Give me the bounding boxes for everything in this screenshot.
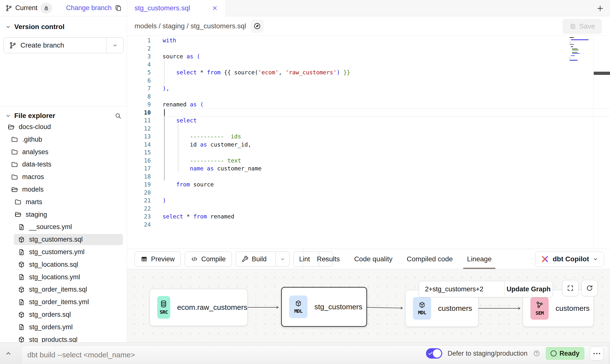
line-number: 13 <box>127 133 151 140</box>
command-placeholder: dbt build --select <model_name> <box>27 346 135 364</box>
search-icon[interactable] <box>115 112 121 119</box>
create-branch-dropdown[interactable] <box>106 38 123 53</box>
breadcrumb: models / staging / stg_customers.sql <box>135 16 264 36</box>
minimap-line <box>570 42 570 43</box>
node-badge-sem: SEM <box>530 297 549 320</box>
build-dropdown[interactable] <box>275 252 289 266</box>
new-tab-button[interactable] <box>595 3 605 13</box>
code-line-7[interactable]: 7), <box>127 84 610 93</box>
file-explorer-header[interactable]: File explorer <box>0 110 127 122</box>
code-line-22[interactable]: 22 <box>127 205 610 213</box>
dbt-ide-screen: Current Change branch Version control <box>0 0 610 364</box>
file-tree-item-models[interactable]: models <box>0 184 127 195</box>
file-tree-item-stg-customers-yml[interactable]: stg_customers.yml <box>0 246 127 258</box>
code-line-10[interactable]: 10 <box>127 109 610 117</box>
version-control-header[interactable]: Version control <box>0 21 127 33</box>
minimap-line <box>570 44 574 45</box>
code-line-13[interactable]: 13 ---------- ids <box>127 132 610 141</box>
file-tree-item-stg-order-items-yml[interactable]: stg_order_items.yml <box>0 296 127 308</box>
scrollbar-handle[interactable] <box>594 72 610 75</box>
code-line-1[interactable]: 1with <box>127 36 610 45</box>
folder-open-icon <box>14 211 22 218</box>
lineage-node-stg-customers[interactable]: MDLstg_customers <box>281 287 367 327</box>
file-tree-item-analyses[interactable]: analyses <box>0 146 127 158</box>
file-tree-item-marts[interactable]: marts <box>0 196 127 208</box>
file-tree-item--github[interactable]: .github <box>0 134 127 145</box>
line-number: 22 <box>127 205 151 212</box>
refresh-button[interactable] <box>581 280 598 296</box>
code-line-24[interactable]: 24 <box>127 221 610 229</box>
code-line-8[interactable]: 8 <box>127 93 610 101</box>
file-tree-item--sources-yml[interactable]: __sources.yml <box>0 221 127 233</box>
code-editor[interactable]: 1with23source as (45 select * from {{ so… <box>127 36 610 249</box>
code-text <box>163 205 610 213</box>
file-tree-item-stg-customers-sql[interactable]: stg_customers.sql <box>0 234 127 245</box>
file-tree-item-macros[interactable]: macros <box>0 171 127 183</box>
lineage-selector-input[interactable]: 2+stg_customers+2 <box>419 281 504 297</box>
file-tree-item-staging[interactable]: staging <box>0 209 127 220</box>
docs-chip[interactable] <box>251 19 264 33</box>
code-line-2[interactable]: 2 <box>127 45 610 53</box>
code-line-11[interactable]: 11 select <box>127 116 610 125</box>
code-line-15[interactable]: 15 <box>127 149 610 157</box>
code-line-14[interactable]: 14 id as customer_id, <box>127 141 610 149</box>
code-line-21[interactable]: 21) <box>127 197 610 205</box>
file-tree-item-stg-locations-yml[interactable]: stg_locations.yml <box>0 271 127 283</box>
node-badge-src: SRC <box>157 296 170 319</box>
code-line-3[interactable]: 3source as ( <box>127 52 610 61</box>
code-line-19[interactable]: 19 from source <box>127 181 610 189</box>
code-text: ---------- text <box>163 157 610 165</box>
more-options-button[interactable] <box>590 347 604 360</box>
minimap-divider <box>593 36 594 249</box>
code-line-5[interactable]: 5 select * from {{ source('ecom', 'raw_c… <box>127 68 610 77</box>
fullscreen-button[interactable] <box>562 280 578 296</box>
preview-button[interactable]: Preview <box>135 251 181 267</box>
create-branch-button[interactable]: Create branch <box>3 37 124 53</box>
help-icon[interactable] <box>533 350 540 357</box>
panel-tab-results[interactable]: Results <box>317 249 340 269</box>
lineage-node-ecom-raw-customers[interactable]: SRCecom.raw_customers <box>150 289 248 326</box>
update-graph-button[interactable]: Update Graph <box>504 281 553 297</box>
chevron-up-icon[interactable] <box>4 349 12 357</box>
code-line-18[interactable]: 18 <box>127 173 610 181</box>
code-line-4[interactable]: 4 <box>127 61 610 69</box>
file-tree-item-stg-orders-yml[interactable]: stg_orders.yml <box>0 321 127 333</box>
copy-icon[interactable] <box>115 4 122 12</box>
file-tree-item-stg-locations-sql[interactable]: stg_locations.sql <box>0 259 127 270</box>
file-tree-item-docs-cloud[interactable]: docs-cloud <box>0 121 127 133</box>
file-tree-item-stg-products-sql[interactable]: stg_products.sql <box>0 334 127 342</box>
build-button[interactable]: Build <box>236 251 289 267</box>
change-branch-link[interactable]: Change branch <box>66 4 112 12</box>
code-text: source as ( <box>163 52 610 61</box>
tab-stg-customers-sql[interactable]: stg_customers.sql <box>127 0 226 16</box>
editor-tabbar: stg_customers.sql <box>127 0 610 16</box>
dbt-copilot-button[interactable]: dbt Copilot <box>535 251 604 267</box>
file-tree-item-label: staging <box>26 211 47 218</box>
code-line-23[interactable]: 23select * from renamed <box>127 213 610 221</box>
file-tree-item-data-tests[interactable]: data-tests <box>0 159 127 170</box>
code-text <box>163 173 610 181</box>
code-line-6[interactable]: 6 <box>127 77 610 85</box>
panel-tab-code-quality[interactable]: Code quality <box>354 249 392 269</box>
code-line-17[interactable]: 17 name as customer_name <box>127 165 610 173</box>
cube-icon <box>418 301 426 309</box>
code-text: with <box>163 36 610 45</box>
code-line-16[interactable]: 16 ---------- text <box>127 157 610 165</box>
close-icon[interactable] <box>212 5 218 11</box>
copilot-label: dbt Copilot <box>553 255 589 263</box>
action-toolbar: Preview Compile Build <box>127 249 610 269</box>
code-text <box>163 77 610 85</box>
code-line-9[interactable]: 9renamed as ( <box>127 100 610 109</box>
folder-icon <box>11 161 18 168</box>
node-badge-label: SRC <box>160 309 168 315</box>
file-tree-item-stg-order-items-sql[interactable]: stg_order_items.sql <box>0 284 127 295</box>
panel-tab-compiled-code[interactable]: Compiled code <box>407 249 453 269</box>
compile-button[interactable]: Compile <box>185 251 232 267</box>
code-line-20[interactable]: 20 <box>127 189 610 197</box>
save-button[interactable]: Save <box>563 19 602 34</box>
panel-tab-lineage[interactable]: Lineage <box>467 249 492 269</box>
file-tree-item-stg-orders-sql[interactable]: stg_orders.sql <box>0 309 127 320</box>
code-line-12[interactable]: 12 <box>127 125 610 133</box>
defer-toggle[interactable] <box>426 348 442 359</box>
lineage-canvas[interactable]: SRCecom.raw_customersMDLstg_customersMDL… <box>127 269 610 342</box>
